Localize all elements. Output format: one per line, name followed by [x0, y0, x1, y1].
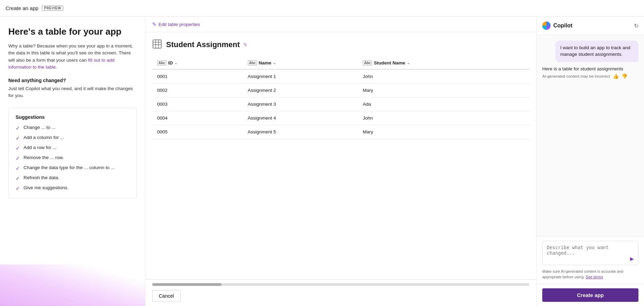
- decorative-gradient: [0, 264, 145, 306]
- check-icon-2: ✓: [16, 135, 20, 141]
- check-icon-7: ✓: [16, 185, 20, 192]
- suggestion-label-5: Change the data type for the ... column …: [24, 165, 115, 170]
- chat-area: I want to build an app to track and mana…: [537, 35, 644, 236]
- suggestion-item-1[interactable]: ✓ Change ... to ...: [16, 125, 129, 131]
- table-row: 0003 Assignment 3 Ada: [152, 97, 529, 111]
- table-row: 0004 Assignment 4 John: [152, 111, 529, 125]
- col-type-icon-name: Abc: [248, 60, 257, 65]
- table-area: Student Assignment ✎ Abc ID ⌄: [145, 32, 536, 279]
- app-title: Create an app: [6, 5, 38, 11]
- table-icon: [152, 39, 162, 50]
- chevron-icon-id: ⌄: [174, 61, 177, 65]
- copilot-title: Copilot: [553, 23, 572, 29]
- cell-name-5: Assignment 5: [243, 125, 358, 139]
- cell-id-1: 0001: [152, 69, 243, 84]
- check-icon-1: ✓: [16, 125, 20, 131]
- edit-table-label: Edit table properties: [158, 22, 200, 27]
- preview-badge: PREVIEW: [42, 6, 63, 11]
- ai-disclaimer: Make sure AI-generated content is accura…: [542, 269, 638, 280]
- center-panel: ✎ Edit table properties Student Assignme…: [145, 17, 537, 306]
- cell-name-3: Assignment 3: [243, 97, 358, 111]
- chevron-icon-name: ⌄: [273, 61, 276, 65]
- scroll-row: [145, 279, 536, 286]
- cell-name-1: Assignment 1: [243, 69, 358, 84]
- table-edit-pencil-icon[interactable]: ✎: [243, 42, 247, 47]
- suggestion-label-3: Add a row for ...: [24, 145, 56, 150]
- cell-student-3: Ada: [358, 97, 529, 111]
- cell-id-2: 0002: [152, 84, 243, 97]
- create-app-button[interactable]: Create app: [542, 288, 638, 302]
- cell-student-4: John: [358, 111, 529, 125]
- check-icon-5: ✓: [16, 165, 20, 172]
- cell-id-5: 0005: [152, 125, 243, 139]
- scrollbar-thumb[interactable]: [152, 283, 221, 286]
- suggestion-label-6: Refresh the data.: [24, 175, 60, 180]
- cell-student-1: John: [358, 69, 529, 84]
- suggestion-label-1: Change ... to ...: [24, 125, 55, 130]
- top-bar: Create an app PREVIEW: [0, 0, 644, 17]
- ai-disclaimer-label: AI-generated content may be incorrect: [542, 74, 610, 78]
- send-button[interactable]: ►: [629, 255, 635, 263]
- see-terms-link[interactable]: See terms: [586, 275, 603, 279]
- suggestion-item-2[interactable]: ✓ Add a column for ...: [16, 135, 129, 141]
- chat-input-wrapper: ►: [542, 241, 638, 266]
- svg-rect-0: [153, 40, 161, 48]
- table-title: Student Assignment: [166, 40, 240, 49]
- col-label-student: Student Name: [374, 60, 405, 65]
- col-header-id[interactable]: Abc ID ⌄: [152, 57, 243, 69]
- cell-student-5: Mary: [358, 125, 529, 139]
- center-header: ✎ Edit table properties: [145, 17, 536, 32]
- cancel-row: Cancel: [145, 286, 536, 306]
- ai-feedback-row: AI-generated content may be incorrect 👍 …: [542, 73, 627, 79]
- left-panel: Here's a table for your app Why a table?…: [0, 17, 145, 306]
- table-row: 0001 Assignment 1 John: [152, 69, 529, 84]
- main-layout: Here's a table for your app Why a table?…: [0, 17, 644, 306]
- chat-input[interactable]: [542, 241, 638, 265]
- suggestions-title: Suggestions: [16, 114, 129, 120]
- col-label-name: Name: [259, 60, 272, 65]
- check-icon-3: ✓: [16, 145, 20, 151]
- copilot-header: Copilot ↻: [537, 17, 644, 35]
- create-app-row: Create app: [537, 284, 644, 306]
- cell-id-4: 0004: [152, 111, 243, 125]
- copilot-sphere-icon: [542, 21, 551, 30]
- ai-response: Here is a table for student assignments …: [542, 66, 627, 79]
- copilot-title-row: Copilot: [542, 21, 572, 30]
- col-label-id: ID: [168, 60, 173, 65]
- copilot-panel: Copilot ↻ I want to build an app to trac…: [537, 17, 644, 306]
- horizontal-scrollbar[interactable]: [152, 283, 529, 286]
- refresh-button[interactable]: ↻: [634, 23, 638, 29]
- check-icon-4: ✓: [16, 155, 20, 161]
- col-header-student-name[interactable]: Abc Student Name ⌄: [358, 57, 529, 69]
- suggestion-item-6[interactable]: ✓ Refresh the data.: [16, 175, 129, 182]
- suggestion-label-2: Add a column for ...: [24, 135, 64, 140]
- need-changed-sub: Just tell Copilot what you need, and it …: [8, 85, 137, 99]
- table-row: 0005 Assignment 5 Mary: [152, 125, 529, 139]
- col-type-icon-id: Abc: [157, 60, 166, 65]
- suggestion-item-7[interactable]: ✓ Give me suggestions.: [16, 185, 129, 192]
- chevron-icon-student: ⌄: [407, 61, 410, 65]
- left-panel-subtitle: Why a table? Because when you see your a…: [8, 43, 137, 71]
- left-panel-heading: Here's a table for your app: [8, 26, 137, 37]
- cell-id-3: 0003: [152, 97, 243, 111]
- data-table: Abc ID ⌄ Abc Name ⌄: [152, 57, 529, 139]
- table-row: 0002 Assignment 2 Mary: [152, 84, 529, 97]
- edit-table-button[interactable]: ✎ Edit table properties: [152, 21, 200, 27]
- cell-student-2: Mary: [358, 84, 529, 97]
- col-header-name[interactable]: Abc Name ⌄: [243, 57, 358, 69]
- suggestion-item-5[interactable]: ✓ Change the data type for the ... colum…: [16, 165, 129, 172]
- suggestion-label-4: Remove the ... row.: [24, 155, 64, 160]
- thumbs-down-button[interactable]: 👎: [622, 73, 627, 79]
- suggestion-item-3[interactable]: ✓ Add a row for ...: [16, 145, 129, 151]
- need-changed-label: Need anything changed?: [8, 78, 137, 83]
- suggestions-box: Suggestions ✓ Change ... to ... ✓ Add a …: [8, 108, 137, 198]
- suggestion-label-7: Give me suggestions.: [24, 185, 69, 190]
- col-type-icon-student: Abc: [363, 60, 372, 65]
- ai-response-text: Here is a table for student assignments: [542, 66, 627, 71]
- cancel-button[interactable]: Cancel: [152, 290, 181, 302]
- thumbs-up-button[interactable]: 👍: [613, 73, 619, 79]
- check-icon-6: ✓: [16, 175, 20, 182]
- suggestion-item-4[interactable]: ✓ Remove the ... row.: [16, 155, 129, 161]
- table-title-row: Student Assignment ✎: [152, 39, 529, 50]
- cell-name-4: Assignment 4: [243, 111, 358, 125]
